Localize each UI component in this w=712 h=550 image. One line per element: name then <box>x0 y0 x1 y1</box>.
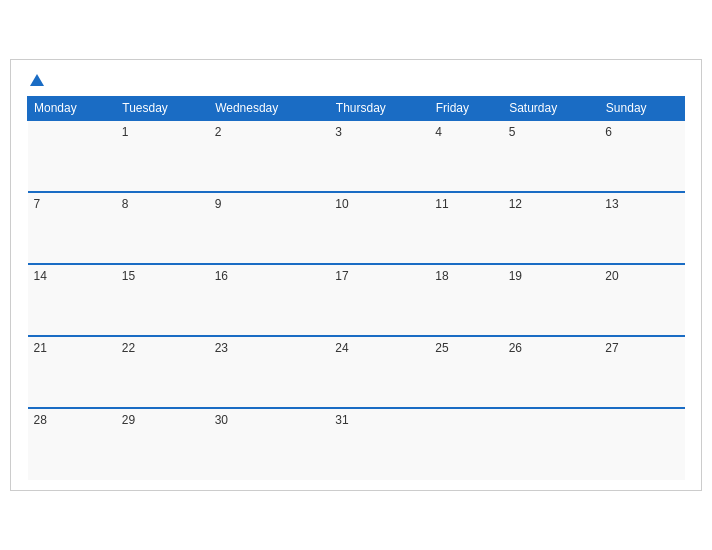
calendar-cell <box>599 408 684 480</box>
day-number: 20 <box>605 269 618 283</box>
week-row-0: 123456 <box>28 120 685 192</box>
calendar-cell: 16 <box>209 264 330 336</box>
weekday-header-saturday: Saturday <box>503 97 600 121</box>
calendar-cell: 21 <box>28 336 116 408</box>
calendar-cell: 20 <box>599 264 684 336</box>
week-row-3: 21222324252627 <box>28 336 685 408</box>
calendar-body: 1234567891011121314151617181920212223242… <box>28 120 685 480</box>
calendar-cell: 11 <box>429 192 502 264</box>
calendar-cell: 25 <box>429 336 502 408</box>
day-number: 22 <box>122 341 135 355</box>
day-number: 25 <box>435 341 448 355</box>
calendar-cell: 28 <box>28 408 116 480</box>
calendar-cell: 31 <box>329 408 429 480</box>
weekday-header-thursday: Thursday <box>329 97 429 121</box>
day-number: 21 <box>34 341 47 355</box>
calendar-cell: 6 <box>599 120 684 192</box>
calendar-cell: 2 <box>209 120 330 192</box>
day-number: 9 <box>215 197 222 211</box>
calendar-cell: 19 <box>503 264 600 336</box>
day-number: 29 <box>122 413 135 427</box>
calendar-cell: 9 <box>209 192 330 264</box>
calendar-cell: 18 <box>429 264 502 336</box>
day-number: 24 <box>335 341 348 355</box>
day-number: 4 <box>435 125 442 139</box>
day-number: 2 <box>215 125 222 139</box>
day-number: 30 <box>215 413 228 427</box>
week-row-2: 14151617181920 <box>28 264 685 336</box>
day-number: 31 <box>335 413 348 427</box>
day-number: 28 <box>34 413 47 427</box>
calendar-cell: 5 <box>503 120 600 192</box>
calendar-header <box>27 76 685 86</box>
day-number: 17 <box>335 269 348 283</box>
calendar-cell: 1 <box>116 120 209 192</box>
day-number: 10 <box>335 197 348 211</box>
day-number: 7 <box>34 197 41 211</box>
calendar-cell <box>28 120 116 192</box>
day-number: 23 <box>215 341 228 355</box>
calendar-cell: 24 <box>329 336 429 408</box>
day-number: 11 <box>435 197 448 211</box>
calendar-cell: 27 <box>599 336 684 408</box>
day-number: 18 <box>435 269 448 283</box>
calendar-cell: 7 <box>28 192 116 264</box>
day-number: 16 <box>215 269 228 283</box>
calendar: MondayTuesdayWednesdayThursdayFridaySatu… <box>10 59 702 491</box>
weekday-header-tuesday: Tuesday <box>116 97 209 121</box>
day-number: 3 <box>335 125 342 139</box>
day-number: 13 <box>605 197 618 211</box>
day-number: 12 <box>509 197 522 211</box>
calendar-cell: 10 <box>329 192 429 264</box>
day-number: 1 <box>122 125 129 139</box>
week-row-1: 78910111213 <box>28 192 685 264</box>
calendar-table: MondayTuesdayWednesdayThursdayFridaySatu… <box>27 96 685 480</box>
calendar-cell: 29 <box>116 408 209 480</box>
calendar-cell: 13 <box>599 192 684 264</box>
day-number: 14 <box>34 269 47 283</box>
day-number: 8 <box>122 197 129 211</box>
calendar-cell: 8 <box>116 192 209 264</box>
calendar-cell: 30 <box>209 408 330 480</box>
calendar-cell <box>429 408 502 480</box>
weekday-header-monday: Monday <box>28 97 116 121</box>
calendar-cell: 3 <box>329 120 429 192</box>
logo <box>27 76 44 86</box>
weekday-header-wednesday: Wednesday <box>209 97 330 121</box>
calendar-cell: 23 <box>209 336 330 408</box>
day-number: 6 <box>605 125 612 139</box>
weekday-header-sunday: Sunday <box>599 97 684 121</box>
day-number: 26 <box>509 341 522 355</box>
day-number: 5 <box>509 125 516 139</box>
calendar-cell: 4 <box>429 120 502 192</box>
calendar-cell: 17 <box>329 264 429 336</box>
logo-triangle-icon <box>30 74 44 86</box>
weekday-header-row: MondayTuesdayWednesdayThursdayFridaySatu… <box>28 97 685 121</box>
calendar-cell <box>503 408 600 480</box>
day-number: 15 <box>122 269 135 283</box>
calendar-cell: 26 <box>503 336 600 408</box>
weekday-header-friday: Friday <box>429 97 502 121</box>
calendar-cell: 12 <box>503 192 600 264</box>
calendar-thead: MondayTuesdayWednesdayThursdayFridaySatu… <box>28 97 685 121</box>
week-row-4: 28293031 <box>28 408 685 480</box>
calendar-cell: 15 <box>116 264 209 336</box>
calendar-cell: 14 <box>28 264 116 336</box>
day-number: 19 <box>509 269 522 283</box>
calendar-cell: 22 <box>116 336 209 408</box>
day-number: 27 <box>605 341 618 355</box>
